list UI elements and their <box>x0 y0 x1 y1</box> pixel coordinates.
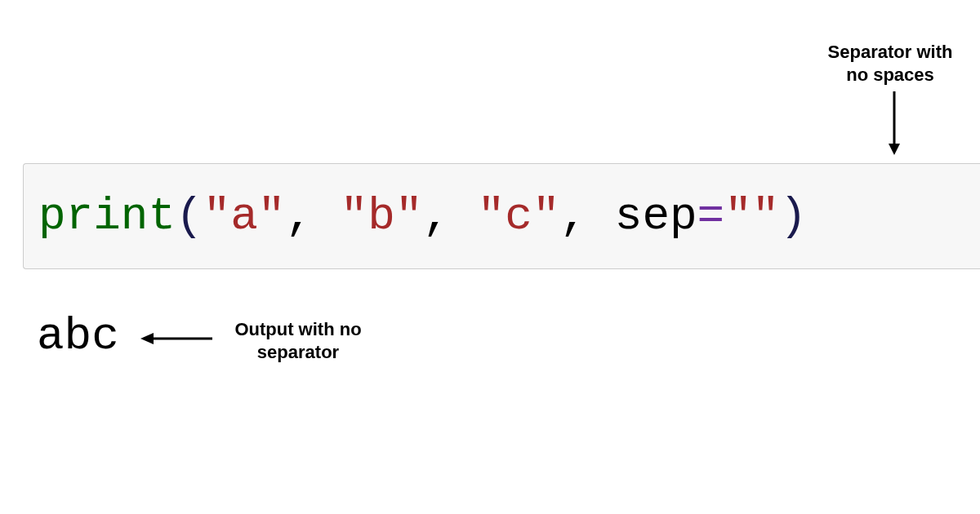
output-text: abc <box>37 310 119 362</box>
arrow-left-icon <box>139 330 212 347</box>
code-open-paren: ( <box>176 190 203 242</box>
annotation-separator-label: Separator with no spaces <box>821 41 960 86</box>
code-space3 <box>587 190 615 242</box>
code-arg2: "b" <box>341 190 423 242</box>
code-arg1: "a" <box>203 190 286 242</box>
code-equals: = <box>697 190 725 242</box>
svg-marker-3 <box>140 333 154 344</box>
code-space2 <box>450 190 478 242</box>
arrow-down-icon <box>886 91 902 157</box>
code-comma3: , <box>560 190 588 242</box>
code-space1 <box>313 190 341 242</box>
annotation-output-label: Output with no separator <box>216 318 380 363</box>
code-close-paren: ) <box>779 190 807 242</box>
code-arg3: "c" <box>478 190 560 242</box>
code-snippet: print("a", "b", "c", sep="") <box>23 163 980 269</box>
code-comma1: , <box>285 190 313 242</box>
code-func: print <box>38 190 176 242</box>
code-sepval: "" <box>724 190 779 242</box>
code-comma2: , <box>423 190 451 242</box>
svg-marker-1 <box>889 144 900 155</box>
code-param: sep <box>615 190 697 242</box>
